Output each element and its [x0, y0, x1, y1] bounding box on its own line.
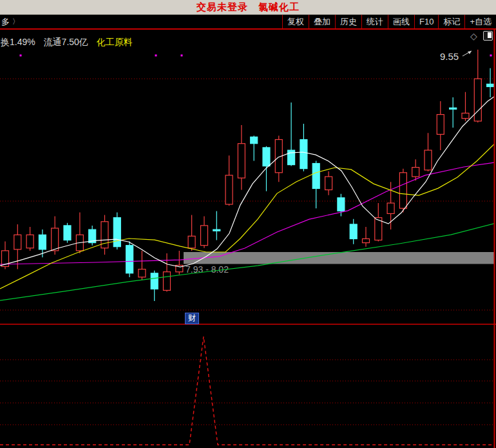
candle-body — [263, 148, 270, 166]
login-status-title: 交易未登录 氯碱化工 — [196, 1, 300, 14]
candle-body — [151, 273, 158, 289]
candle-body — [462, 113, 469, 119]
candle-body — [437, 115, 444, 135]
candle-body — [399, 173, 406, 208]
panel-layout-icon[interactable] — [483, 31, 493, 41]
candle-body — [39, 235, 46, 249]
toolbar-left-text: 多 — [1, 16, 10, 28]
candle-body — [312, 164, 320, 189]
toolbar-button-1[interactable]: 叠加 — [309, 15, 335, 28]
candle-body — [300, 140, 307, 169]
sector-label[interactable]: 化工原料 — [97, 37, 133, 47]
toolbar-button-0[interactable]: 复权 — [282, 15, 309, 28]
marker-dot — [155, 55, 157, 57]
toolbar-button-3[interactable]: 统计 — [361, 15, 388, 28]
candle-body — [64, 226, 71, 240]
candle-body — [238, 144, 245, 178]
toolbar-button-2[interactable]: 历史 — [335, 15, 361, 28]
candle-body — [363, 239, 370, 242]
toolbar-button-6[interactable]: 标记 — [438, 15, 464, 28]
toolbar-button-7[interactable]: +自选 — [464, 15, 496, 28]
candle-body — [450, 108, 457, 109]
marker-dot — [20, 55, 22, 57]
candle-body — [424, 150, 432, 170]
panel-fill — [488, 32, 491, 38]
marker-dot — [181, 55, 183, 57]
candle-body — [412, 168, 419, 177]
diamond-icon[interactable]: ◇ — [470, 32, 477, 41]
candle-body — [14, 235, 21, 249]
candle-body — [113, 218, 120, 247]
chevron-right-icon: 〉 — [12, 17, 19, 26]
signal-spike — [0, 336, 494, 445]
ma-line-ma20 — [0, 162, 494, 264]
candle-body — [251, 137, 258, 143]
toolbar-left-label[interactable]: 多 〉 — [0, 16, 19, 28]
candle-body — [225, 175, 233, 204]
candle-body — [474, 79, 481, 121]
candle-body — [487, 84, 494, 86]
candle-body — [164, 272, 171, 291]
toolbar-buttons: 复权叠加历史统计画线F10标记+自选 — [282, 15, 496, 28]
indicator-tab-cai[interactable]: 财 — [185, 313, 199, 324]
price-annotation: 9.55 — [440, 51, 459, 62]
candle-body — [26, 235, 33, 248]
candle-body — [126, 246, 133, 273]
candle-body — [188, 236, 195, 248]
candle-body — [213, 229, 220, 231]
toolbar: 多 〉 复权叠加历史统计画线F10标记+自选 — [0, 15, 496, 30]
candle-body — [350, 224, 357, 239]
candle-body — [52, 228, 59, 251]
chart-corner-icons: ◇ — [470, 31, 493, 41]
app-window: 7.93 - 8.029.55 交易未登录 氯碱化工 多 〉 复权叠加历史统计画… — [0, 0, 496, 448]
title-bar: 交易未登录 氯碱化工 — [0, 0, 496, 15]
turnover-rate: 换1.49% — [1, 37, 35, 47]
candle-body — [325, 177, 332, 190]
stock-info-line: 换1.49% 流通7.50亿 化工原料 — [1, 37, 133, 48]
candle-body — [201, 226, 208, 246]
candle-body — [387, 203, 394, 213]
candle-body — [138, 269, 146, 277]
candlestick-chart[interactable]: 7.93 - 8.029.55 — [0, 0, 496, 448]
toolbar-button-5[interactable]: F10 — [414, 15, 438, 28]
marker-dot — [490, 55, 492, 57]
candle-body — [338, 198, 345, 211]
ma-line-ma5 — [0, 97, 494, 267]
float-market-cap: 流通7.50亿 — [44, 37, 88, 47]
price-band — [184, 252, 494, 264]
toolbar-button-4[interactable]: 画线 — [388, 15, 414, 28]
